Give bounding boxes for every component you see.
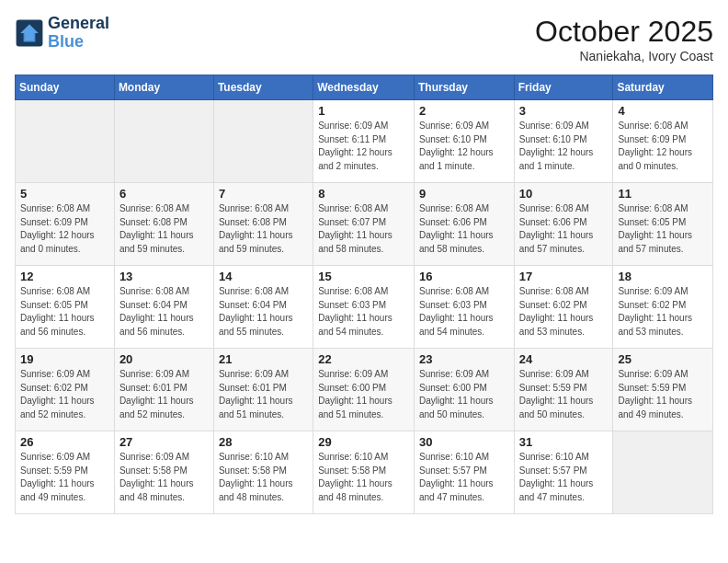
calendar-cell	[16, 100, 115, 183]
day-number: 26	[20, 435, 109, 449]
weekday-header-sunday: Sunday	[16, 75, 115, 100]
day-info: Sunrise: 6:09 AMSunset: 5:58 PMDaylight:…	[119, 451, 209, 504]
day-number: 18	[618, 270, 708, 283]
day-info: Sunrise: 6:08 AMSunset: 6:09 PMDaylight:…	[20, 202, 109, 256]
day-info: Sunrise: 6:10 AMSunset: 5:57 PMDaylight:…	[519, 451, 609, 504]
day-info: Sunrise: 6:09 AMSunset: 6:00 PMDaylight:…	[318, 368, 409, 421]
day-info: Sunrise: 6:09 AMSunset: 5:59 PMDaylight:…	[20, 451, 109, 504]
calendar-cell: 22Sunrise: 6:09 AMSunset: 6:00 PMDayligh…	[313, 349, 415, 431]
day-number: 31	[519, 435, 609, 449]
day-number: 12	[20, 270, 109, 283]
weekday-header-tuesday: Tuesday	[213, 75, 313, 100]
calendar-cell: 31Sunrise: 6:10 AMSunset: 5:57 PMDayligh…	[514, 431, 613, 514]
calendar-cell: 14Sunrise: 6:08 AMSunset: 6:04 PMDayligh…	[213, 266, 313, 349]
day-number: 4	[618, 104, 708, 118]
day-number: 27	[119, 435, 209, 449]
calendar-cell: 5Sunrise: 6:08 AMSunset: 6:09 PMDaylight…	[16, 183, 115, 266]
calendar-cell: 4Sunrise: 6:08 AMSunset: 6:09 PMDaylight…	[613, 100, 713, 183]
calendar-cell: 24Sunrise: 6:09 AMSunset: 5:59 PMDayligh…	[514, 349, 613, 431]
day-number: 15	[318, 270, 409, 283]
day-info: Sunrise: 6:09 AMSunset: 6:02 PMDaylight:…	[618, 285, 708, 339]
calendar-cell: 10Sunrise: 6:08 AMSunset: 6:06 PMDayligh…	[514, 183, 613, 266]
day-number: 30	[419, 435, 509, 449]
calendar-cell: 12Sunrise: 6:08 AMSunset: 6:05 PMDayligh…	[16, 266, 115, 349]
calendar-cell: 15Sunrise: 6:08 AMSunset: 6:03 PMDayligh…	[313, 266, 415, 349]
logo-icon	[15, 18, 44, 48]
day-number: 23	[419, 352, 509, 366]
day-info: Sunrise: 6:08 AMSunset: 6:03 PMDaylight:…	[419, 285, 509, 339]
logo-text: General Blue	[48, 15, 109, 52]
day-info: Sunrise: 6:08 AMSunset: 6:05 PMDaylight:…	[20, 285, 109, 339]
day-number: 7	[219, 187, 308, 201]
day-info: Sunrise: 6:08 AMSunset: 6:02 PMDaylight:…	[519, 285, 609, 339]
logo: General Blue	[15, 15, 109, 52]
day-info: Sunrise: 6:08 AMSunset: 6:06 PMDaylight:…	[519, 202, 609, 256]
calendar-cell: 28Sunrise: 6:10 AMSunset: 5:58 PMDayligh…	[213, 431, 313, 514]
day-number: 1	[318, 104, 409, 118]
calendar-cell: 6Sunrise: 6:08 AMSunset: 6:08 PMDaylight…	[114, 183, 213, 266]
calendar-cell: 13Sunrise: 6:08 AMSunset: 6:04 PMDayligh…	[114, 266, 213, 349]
day-info: Sunrise: 6:09 AMSunset: 6:10 PMDaylight:…	[519, 120, 609, 173]
day-info: Sunrise: 6:08 AMSunset: 6:03 PMDaylight:…	[318, 285, 409, 339]
day-info: Sunrise: 6:08 AMSunset: 6:04 PMDaylight:…	[219, 285, 308, 339]
day-number: 2	[419, 104, 509, 118]
calendar-cell: 7Sunrise: 6:08 AMSunset: 6:08 PMDaylight…	[213, 183, 313, 266]
weekday-header-thursday: Thursday	[414, 75, 514, 100]
title-block: October 2025 Naniekaha, Ivory Coast	[535, 15, 713, 63]
day-number: 3	[519, 104, 609, 118]
calendar-week-2: 5Sunrise: 6:08 AMSunset: 6:09 PMDaylight…	[16, 183, 713, 266]
day-info: Sunrise: 6:09 AMSunset: 6:02 PMDaylight:…	[20, 368, 109, 421]
calendar-cell: 30Sunrise: 6:10 AMSunset: 5:57 PMDayligh…	[414, 431, 514, 514]
day-number: 11	[618, 187, 708, 201]
day-number: 22	[318, 352, 409, 366]
day-number: 6	[119, 187, 209, 201]
day-number: 19	[20, 352, 109, 366]
calendar-cell	[213, 100, 313, 183]
day-info: Sunrise: 6:08 AMSunset: 6:05 PMDaylight:…	[618, 202, 708, 256]
calendar-cell: 2Sunrise: 6:09 AMSunset: 6:10 PMDaylight…	[414, 100, 514, 183]
calendar-cell: 26Sunrise: 6:09 AMSunset: 5:59 PMDayligh…	[16, 431, 115, 514]
day-info: Sunrise: 6:10 AMSunset: 5:57 PMDaylight:…	[419, 451, 509, 504]
day-info: Sunrise: 6:08 AMSunset: 6:06 PMDaylight:…	[419, 202, 509, 256]
weekday-header-monday: Monday	[114, 75, 213, 100]
day-info: Sunrise: 6:09 AMSunset: 6:11 PMDaylight:…	[318, 120, 409, 173]
day-number: 20	[119, 352, 209, 366]
weekday-header-row: SundayMondayTuesdayWednesdayThursdayFrid…	[16, 75, 713, 100]
day-info: Sunrise: 6:09 AMSunset: 6:10 PMDaylight:…	[419, 120, 509, 173]
calendar-cell: 9Sunrise: 6:08 AMSunset: 6:06 PMDaylight…	[414, 183, 514, 266]
day-info: Sunrise: 6:08 AMSunset: 6:08 PMDaylight:…	[219, 202, 308, 256]
day-number: 16	[419, 270, 509, 283]
day-info: Sunrise: 6:10 AMSunset: 5:58 PMDaylight:…	[318, 451, 409, 504]
weekday-header-saturday: Saturday	[613, 75, 713, 100]
day-info: Sunrise: 6:08 AMSunset: 6:09 PMDaylight:…	[618, 120, 708, 173]
calendar-cell: 16Sunrise: 6:08 AMSunset: 6:03 PMDayligh…	[414, 266, 514, 349]
calendar-cell: 23Sunrise: 6:09 AMSunset: 6:00 PMDayligh…	[414, 349, 514, 431]
day-number: 17	[519, 270, 609, 283]
calendar-cell: 27Sunrise: 6:09 AMSunset: 5:58 PMDayligh…	[114, 431, 213, 514]
calendar-cell: 19Sunrise: 6:09 AMSunset: 6:02 PMDayligh…	[16, 349, 115, 431]
day-info: Sunrise: 6:09 AMSunset: 5:59 PMDaylight:…	[618, 368, 708, 421]
page-header: General Blue October 2025 Naniekaha, Ivo…	[15, 15, 713, 63]
calendar-cell: 1Sunrise: 6:09 AMSunset: 6:11 PMDaylight…	[313, 100, 415, 183]
month-title: October 2025	[535, 15, 713, 49]
day-number: 5	[20, 187, 109, 201]
day-info: Sunrise: 6:08 AMSunset: 6:07 PMDaylight:…	[318, 202, 409, 256]
day-number: 14	[219, 270, 308, 283]
day-info: Sunrise: 6:09 AMSunset: 6:00 PMDaylight:…	[419, 368, 509, 421]
day-number: 8	[318, 187, 409, 201]
calendar-cell: 3Sunrise: 6:09 AMSunset: 6:10 PMDaylight…	[514, 100, 613, 183]
calendar-cell: 25Sunrise: 6:09 AMSunset: 5:59 PMDayligh…	[613, 349, 713, 431]
day-number: 24	[519, 352, 609, 366]
day-info: Sunrise: 6:08 AMSunset: 6:04 PMDaylight:…	[119, 285, 209, 339]
day-number: 25	[618, 352, 708, 366]
weekday-header-friday: Friday	[514, 75, 613, 100]
calendar-cell	[114, 100, 213, 183]
weekday-header-wednesday: Wednesday	[313, 75, 415, 100]
day-info: Sunrise: 6:09 AMSunset: 6:01 PMDaylight:…	[219, 368, 308, 421]
calendar-week-3: 12Sunrise: 6:08 AMSunset: 6:05 PMDayligh…	[16, 266, 713, 349]
calendar-cell: 11Sunrise: 6:08 AMSunset: 6:05 PMDayligh…	[613, 183, 713, 266]
day-info: Sunrise: 6:10 AMSunset: 5:58 PMDaylight:…	[219, 451, 308, 504]
calendar-cell: 8Sunrise: 6:08 AMSunset: 6:07 PMDaylight…	[313, 183, 415, 266]
day-number: 13	[119, 270, 209, 283]
day-number: 28	[219, 435, 308, 449]
